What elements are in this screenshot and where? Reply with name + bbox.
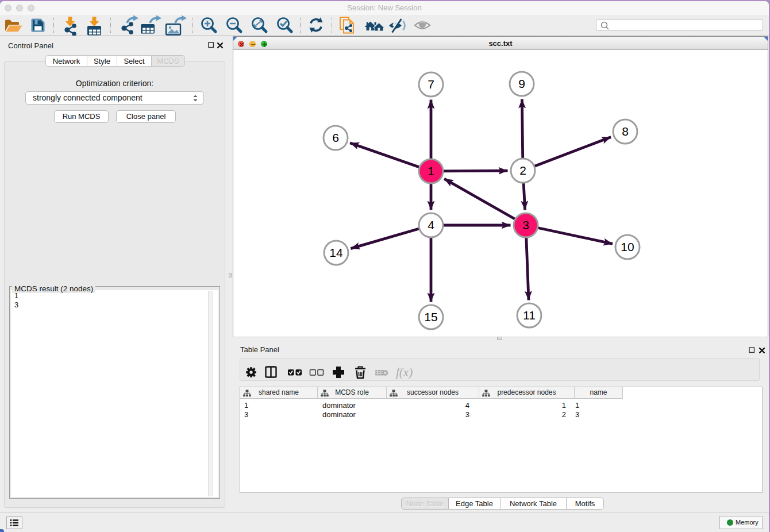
- svg-text:4: 4: [428, 218, 434, 232]
- svg-text:10: 10: [621, 240, 634, 253]
- svg-text:15: 15: [424, 310, 437, 323]
- svg-text:f(x): f(x): [396, 365, 413, 379]
- svg-text:7: 7: [428, 78, 434, 91]
- svg-text:14: 14: [329, 246, 343, 259]
- svg-text:6: 6: [332, 131, 339, 144]
- svg-text:8: 8: [622, 125, 629, 138]
- svg-text:1: 1: [428, 164, 434, 178]
- svg-text:9: 9: [518, 77, 525, 90]
- svg-text:2: 2: [519, 164, 526, 177]
- svg-text:11: 11: [523, 309, 536, 322]
- svg-text:3: 3: [522, 218, 529, 232]
